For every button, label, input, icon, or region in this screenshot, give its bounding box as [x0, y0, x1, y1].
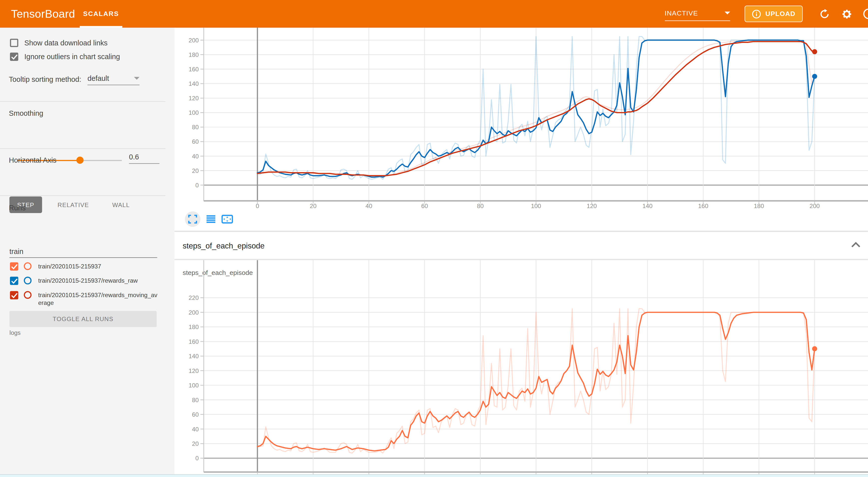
svg-text:180: 180 — [189, 324, 199, 330]
svg-text:220: 220 — [189, 294, 199, 301]
svg-text:100: 100 — [189, 382, 199, 389]
svg-text:120: 120 — [189, 368, 199, 374]
refresh-icon — [819, 8, 830, 19]
smoothing-value-input[interactable]: 0.6 — [129, 153, 159, 164]
ignore-outliers-checkbox[interactable]: Ignore outliers in chart scaling — [10, 53, 120, 61]
horizontal-axis-label: Horizontal Axis — [9, 156, 56, 164]
run-label: train/20201015-215937/rewards_moving_ave… — [38, 291, 159, 307]
run-color-circle-icon — [24, 291, 31, 299]
app-title: TensorBoard — [11, 7, 75, 20]
svg-text:120: 120 — [189, 95, 199, 101]
svg-text:40: 40 — [365, 202, 372, 209]
svg-text:60: 60 — [192, 138, 199, 145]
caret-down-icon — [134, 77, 140, 80]
tab-active-underline — [80, 26, 122, 28]
run-checkbox-icon[interactable] — [10, 291, 18, 299]
checkbox-label: Ignore outliers in chart scaling — [25, 53, 120, 61]
svg-text:20: 20 — [310, 202, 316, 209]
divider — [0, 195, 165, 196]
info-icon — [752, 9, 761, 19]
run-checkbox-icon[interactable] — [10, 262, 18, 271]
tab-scalars[interactable]: SCALARS — [80, 0, 122, 28]
svg-text:0: 0 — [195, 182, 199, 189]
tensorboard-app: TensorBoard SCALARS INACTIVE UPLOAD — [0, 0, 868, 477]
steps-chart-card: steps_of_each_episode 020406080100120140… — [175, 260, 868, 477]
fit-domain-button[interactable] — [221, 215, 233, 224]
svg-text:80: 80 — [477, 202, 484, 209]
run-row[interactable]: train/20201015-215937/rewards_raw — [10, 277, 165, 285]
divider — [0, 101, 165, 102]
svg-text:80: 80 — [192, 397, 199, 404]
horizontal-axis-option-relative[interactable]: RELATIVE — [50, 196, 97, 213]
expand-chart-button[interactable] — [185, 211, 200, 227]
svg-text:0: 0 — [195, 455, 199, 462]
run-color-circle-icon — [24, 277, 31, 284]
run-color-circle-icon — [24, 262, 31, 270]
rewards-chart[interactable]: 0204060801001201401601802000204060801001… — [175, 28, 868, 231]
runs-filter-input[interactable] — [9, 246, 157, 258]
run-lines-icon — [207, 215, 215, 223]
runs-label: Runs — [9, 203, 26, 212]
svg-text:60: 60 — [421, 202, 428, 209]
steps-chart[interactable]: 020406080100120140160180200220 — [175, 260, 868, 477]
status-label: INACTIVE — [664, 9, 698, 17]
upload-label: UPLOAD — [766, 10, 795, 18]
run-label: train/20201015-215937/rewards_raw — [38, 277, 159, 284]
svg-text:140: 140 — [189, 80, 199, 87]
svg-text:140: 140 — [642, 202, 653, 209]
fit-data-icon — [221, 215, 233, 224]
svg-text:40: 40 — [192, 153, 199, 160]
svg-text:180: 180 — [754, 202, 764, 209]
svg-text:100: 100 — [531, 202, 541, 209]
slider-thumb[interactable] — [76, 157, 84, 164]
svg-text:200: 200 — [189, 309, 199, 316]
tooltip-sorting-value: default — [87, 74, 109, 82]
tooltip-sorting-dropdown[interactable]: default — [87, 74, 140, 85]
status-dropdown[interactable]: INACTIVE — [664, 7, 730, 21]
expand-icon — [188, 215, 197, 224]
svg-text:160: 160 — [189, 338, 199, 345]
gear-icon — [841, 8, 852, 20]
svg-text:20: 20 — [192, 440, 199, 447]
divider — [0, 148, 165, 149]
svg-text:80: 80 — [192, 124, 199, 130]
app-header: TensorBoard SCALARS INACTIVE UPLOAD — [0, 0, 868, 28]
settings-button[interactable] — [840, 8, 852, 20]
help-button[interactable] — [863, 8, 868, 20]
run-checkbox-icon[interactable] — [10, 277, 18, 285]
upload-button[interactable]: UPLOAD — [744, 5, 803, 22]
svg-text:180: 180 — [189, 52, 199, 58]
svg-text:60: 60 — [192, 411, 199, 418]
main-content: 0204060801001201401601802000204060801001… — [175, 28, 868, 477]
svg-text:200: 200 — [810, 202, 820, 209]
collapse-section-button[interactable] — [851, 240, 861, 250]
svg-text:100: 100 — [189, 109, 199, 116]
refresh-button[interactable] — [818, 8, 830, 20]
checkbox-unchecked-icon[interactable] — [10, 39, 18, 47]
svg-text:140: 140 — [189, 353, 199, 359]
checkbox-checked-icon[interactable] — [10, 53, 18, 61]
horizontal-axis-button-group: STEPRELATIVEWALL — [9, 196, 145, 213]
checkbox-label: Show data download links — [25, 39, 107, 47]
tooltip-sorting-label: Tooltip sorting method: — [9, 75, 81, 84]
runs-selector-button[interactable] — [207, 215, 215, 223]
tag-section-title: steps_of_each_episode — [183, 241, 265, 250]
run-label: train/20201015-215937 — [38, 262, 159, 270]
tag-section-header[interactable]: steps_of_each_episode — [175, 232, 868, 259]
toggle-all-runs-button[interactable]: TOGGLE ALL RUNS — [9, 311, 157, 327]
svg-text:120: 120 — [587, 202, 597, 209]
chevron-up-icon — [851, 241, 861, 248]
svg-text:160: 160 — [189, 66, 199, 73]
show-download-links-checkbox[interactable]: Show data download links — [10, 39, 107, 47]
smoothing-label: Smoothing — [9, 109, 43, 117]
svg-text:20: 20 — [192, 167, 199, 174]
rewards-chart-card: 0204060801001201401601802000204060801001… — [175, 28, 868, 231]
svg-text:160: 160 — [698, 202, 708, 209]
run-row[interactable]: train/20201015-215937 — [10, 262, 165, 271]
run-list: train/20201015-215937train/20201015-2159… — [10, 262, 165, 313]
settings-sidebar: Show data download links Ignore outliers… — [0, 28, 175, 477]
help-icon — [863, 8, 868, 20]
horizontal-axis-option-wall[interactable]: WALL — [104, 196, 138, 213]
run-row[interactable]: train/20201015-215937/rewards_moving_ave… — [10, 291, 165, 307]
caret-down-icon — [724, 12, 730, 14]
